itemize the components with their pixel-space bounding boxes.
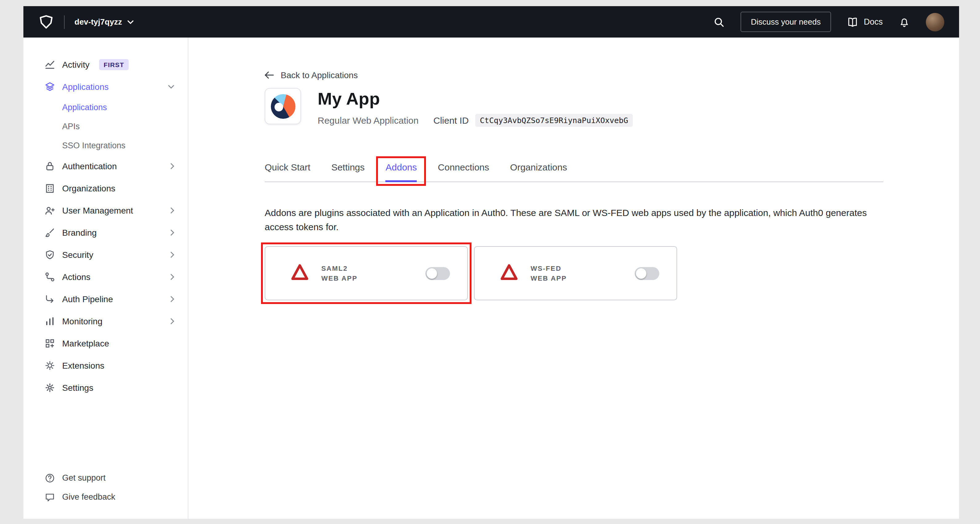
- chevron-right-icon: [170, 274, 174, 280]
- sidebar-item-actions[interactable]: Actions: [23, 266, 188, 288]
- sidebar-item-security[interactable]: Security: [23, 244, 188, 266]
- sidebar-item-label: User Management: [62, 206, 133, 215]
- sidebar-item-settings[interactable]: Settings: [23, 376, 188, 399]
- app-logo: [265, 88, 301, 124]
- sidebar-item-organizations[interactable]: Organizations: [23, 177, 188, 199]
- flow-icon: [45, 272, 55, 282]
- speech-bubble-icon: [45, 492, 55, 502]
- sidebar-item-user-management[interactable]: User Management: [23, 199, 188, 222]
- docs-label: Docs: [864, 17, 883, 27]
- sidebar-item-auth-pipeline[interactable]: Auth Pipeline: [23, 288, 188, 310]
- tenant-switcher[interactable]: dev-tyj7qyzz: [75, 17, 134, 27]
- chevron-right-icon: [170, 296, 174, 302]
- sidebar-item-label: Authentication: [62, 161, 117, 171]
- chevron-right-icon: [170, 318, 174, 324]
- app-header: My App Regular Web Application Client ID…: [265, 88, 959, 127]
- sidebar-item-monitoring[interactable]: Monitoring: [23, 310, 188, 332]
- client-id-value: CtCqy3AvbQZSo7sE9RiynaPuiXOxvebG: [475, 114, 633, 127]
- docs-link[interactable]: Docs: [847, 16, 883, 27]
- user-avatar[interactable]: [926, 13, 944, 31]
- sidebar: Activity FIRST Applications Applications: [23, 38, 188, 519]
- sidebar-item-label: Applications: [62, 82, 109, 92]
- sidebar-subitem-applications[interactable]: Applications: [23, 98, 188, 117]
- sidebar-item-label: Security: [62, 250, 93, 260]
- addon-name-line2: WEB APP: [531, 275, 566, 282]
- addon-card-wsfed[interactable]: WS-FED WEB APP: [474, 246, 677, 300]
- help-circle-icon: [45, 473, 55, 483]
- discuss-needs-button[interactable]: Discuss your needs: [741, 12, 831, 32]
- body-row: Activity FIRST Applications Applications: [23, 38, 959, 519]
- paintbrush-icon: [45, 228, 55, 238]
- header-right: Discuss your needs Docs: [713, 12, 944, 32]
- sidebar-item-label: Settings: [62, 383, 93, 392]
- sidebar-item-label: Auth Pipeline: [62, 294, 113, 304]
- sidebar-item-label: Monitoring: [62, 316, 102, 326]
- wsfed-card-wrap: WS-FED WEB APP: [474, 246, 677, 300]
- sidebar-subitem-sso-integrations[interactable]: SSO Integrations: [23, 136, 188, 155]
- first-badge: FIRST: [99, 59, 129, 70]
- back-to-applications-link[interactable]: Back to Applications: [265, 70, 358, 80]
- sidebar-item-authentication[interactable]: Authentication: [23, 155, 188, 177]
- chevron-right-icon: [170, 252, 174, 258]
- app-window: dev-tyj7qyzz Discuss your needs: [23, 6, 959, 519]
- sidebar-item-extensions[interactable]: Extensions: [23, 354, 188, 376]
- search-icon[interactable]: [713, 16, 724, 27]
- sidebar-subitem-apis[interactable]: APIs: [23, 117, 188, 136]
- addon-label: SAML2 WEB APP: [321, 265, 357, 282]
- tab-connections[interactable]: Connections: [438, 162, 489, 181]
- auth0-logo-icon[interactable]: [38, 14, 54, 30]
- shield-icon: [45, 250, 55, 260]
- applications-layers-icon: [45, 82, 55, 92]
- saml2-toggle[interactable]: [425, 267, 450, 280]
- toggle-knob: [426, 268, 437, 278]
- footer-item-label: Give feedback: [62, 492, 115, 502]
- sidebar-item-label: Actions: [62, 272, 91, 282]
- saml2-logo-icon: [289, 262, 311, 284]
- sidebar-footer: Get support Give feedback: [23, 468, 188, 507]
- building-icon: [45, 183, 55, 193]
- tab-organizations[interactable]: Organizations: [510, 162, 567, 181]
- addons-description: Addons are plugins associated with an Ap…: [265, 206, 883, 234]
- give-feedback-link[interactable]: Give feedback: [23, 487, 188, 507]
- notifications-bell-icon[interactable]: [899, 16, 910, 27]
- client-id-label: Client ID: [433, 115, 469, 125]
- wsfed-toggle[interactable]: [635, 267, 659, 280]
- chevron-down-icon: [128, 20, 134, 24]
- marketplace-icon: [45, 338, 55, 348]
- gear-icon: [45, 383, 55, 392]
- arrow-left-icon: [265, 71, 274, 79]
- tab-label: Settings: [331, 162, 364, 172]
- app-logo-image: [270, 94, 295, 119]
- tab-addons[interactable]: Addons: [386, 162, 417, 181]
- sidebar-item-applications[interactable]: Applications: [23, 76, 188, 98]
- chevron-right-icon: [170, 207, 174, 214]
- tab-label: Organizations: [510, 162, 567, 172]
- header-left: dev-tyj7qyzz: [38, 14, 134, 30]
- toggle-knob: [636, 268, 646, 278]
- sidebar-item-marketplace[interactable]: Marketplace: [23, 332, 188, 354]
- saml2-card-wrap: SAML2 WEB APP: [265, 246, 468, 300]
- chevron-right-icon: [170, 163, 174, 169]
- tab-label: Addons: [386, 162, 417, 172]
- chevron-down-icon: [168, 85, 174, 89]
- footer-item-label: Get support: [62, 473, 106, 483]
- sidebar-item-label: Extensions: [62, 360, 104, 370]
- sidebar-item-branding[interactable]: Branding: [23, 222, 188, 244]
- get-support-link[interactable]: Get support: [23, 468, 188, 487]
- wsfed-logo-icon: [498, 262, 520, 284]
- pipeline-icon: [45, 294, 55, 304]
- back-link-label: Back to Applications: [281, 70, 358, 80]
- addon-name-line1: WS-FED: [531, 265, 566, 272]
- addon-label: WS-FED WEB APP: [531, 265, 566, 282]
- addon-cards: SAML2 WEB APP: [265, 246, 959, 300]
- tab-quick-start[interactable]: Quick Start: [265, 162, 310, 181]
- tab-label: Quick Start: [265, 162, 310, 172]
- main-content: Back to Applications My App Regular Web …: [188, 38, 959, 519]
- addon-card-saml2[interactable]: SAML2 WEB APP: [265, 246, 468, 300]
- tenant-name: dev-tyj7qyzz: [75, 17, 122, 27]
- sidebar-item-activity[interactable]: Activity FIRST: [23, 54, 188, 76]
- users-icon: [45, 206, 55, 215]
- addon-name-line2: WEB APP: [321, 275, 357, 282]
- lock-icon: [45, 161, 55, 171]
- tab-settings[interactable]: Settings: [331, 162, 364, 181]
